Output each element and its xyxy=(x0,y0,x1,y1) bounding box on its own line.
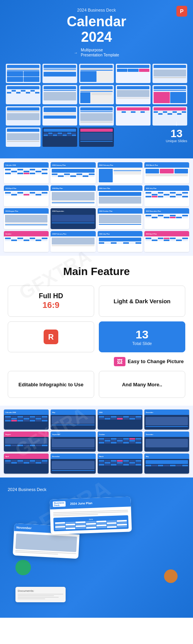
slide-thumb xyxy=(6,106,41,126)
dark-card: 2024 xyxy=(98,410,142,430)
preview-card: 2024 June Plan xyxy=(98,185,142,206)
preview-card: 2024 February Plan xyxy=(51,231,95,252)
easy-pic-label: Easy to Change Picture xyxy=(128,359,184,365)
preview-card: 2024 August Plan xyxy=(4,208,49,229)
preview-card: 2024 April Plan xyxy=(4,185,49,206)
dark-card: May xyxy=(144,454,189,474)
unique-label: Unique Slides xyxy=(166,139,187,143)
preview-card: October xyxy=(4,231,49,252)
feature-infographic: Editable Infographic to Use xyxy=(8,371,94,398)
features-grid: Full HD 16:9 Light & Dark Version R 13 T… xyxy=(8,285,185,352)
dark-card: September xyxy=(51,432,95,452)
slide-thumb xyxy=(42,85,77,104)
dark-card: December xyxy=(144,410,189,430)
preview-card: 2024 September xyxy=(51,208,95,229)
slide-thumb xyxy=(116,64,151,83)
slide-thumb xyxy=(79,127,114,147)
slide-thumb xyxy=(79,106,114,126)
total-slide-number: 13 xyxy=(135,328,148,341)
fullhd-ratio: 16:9 xyxy=(42,300,59,310)
preview-card: Calendar 2024 xyxy=(4,162,49,184)
features-bottom-row: Editable Infographic to Use And Many Mor… xyxy=(8,371,185,398)
docs-label: Documents: xyxy=(18,589,63,593)
hero-badge: 2024 Business Deck xyxy=(6,8,187,12)
feature-easy-pic: 🖼 Easy to Change Picture xyxy=(114,357,184,366)
footer-cards-container: BusinessDeck 2024 June Plan June xyxy=(8,494,185,606)
many-more-label: And Many More.. xyxy=(122,382,162,387)
preview-card: 2024 October Plan xyxy=(98,208,142,229)
infographic-label: Editable Infographic to Use xyxy=(19,382,83,387)
hero-section: P 2024 Business Deck Calendar2024 → Mult… xyxy=(0,0,193,158)
feature-total-slide: 13 Total Slide xyxy=(99,321,185,352)
preview-card: 2024 July Plan xyxy=(144,185,189,206)
footer-docs-card: Documents: xyxy=(15,587,66,602)
dark-card: October xyxy=(98,432,142,452)
light-dark-label: Light & Dark Version xyxy=(113,298,171,304)
green-circle-decoration xyxy=(15,560,31,575)
main-feature-section: GFXTRA Main Feature Full HD 16:9 Light &… xyxy=(0,256,193,406)
footer-badge: 2024 Business Deck xyxy=(8,487,185,492)
dark-card: March xyxy=(98,454,142,474)
preview-card: 2024 April Plan xyxy=(144,231,189,252)
dark-previews-grid: Calendar 2024 May 2024 December xyxy=(4,410,189,474)
image-icon: 🖼 xyxy=(114,357,125,366)
slide-thumb xyxy=(6,64,41,83)
feature-ppt: R xyxy=(8,321,94,352)
preview-card: 2024 February Plan xyxy=(98,162,142,184)
slide-thumb xyxy=(42,64,77,83)
dark-card: November xyxy=(51,454,95,474)
feature-fullhd: Full HD 16:9 xyxy=(8,285,94,317)
november-title: November xyxy=(17,526,32,530)
previews-section: Calendar 2024 2024 January Plan 2024 Feb… xyxy=(0,158,193,256)
slide-thumb xyxy=(152,64,187,83)
slide-thumb xyxy=(116,85,151,104)
preview-card: 2024 March Plan xyxy=(144,162,189,184)
orange-circle-decoration xyxy=(164,569,178,583)
footer-logo: BusinessDeck xyxy=(53,501,66,507)
hero-title: Calendar2024 xyxy=(6,14,187,44)
slide-thumb xyxy=(79,64,114,83)
preview-card: 2024 July Plan xyxy=(98,231,142,252)
slide-thumb xyxy=(79,85,114,104)
main-feature-title: Main Feature xyxy=(8,265,185,278)
footer-main-card: BusinessDeck 2024 June Plan June xyxy=(49,497,132,535)
slide-thumb xyxy=(6,85,41,104)
feature-light-dark: Light & Dark Version xyxy=(99,285,185,317)
arrow-right-icon: → xyxy=(74,51,78,55)
preview-card: 2024 May Plan xyxy=(51,185,95,206)
feature-many-more: And Many More.. xyxy=(99,371,185,398)
dark-card: December xyxy=(144,432,189,452)
hero-slides-grid xyxy=(6,64,187,147)
slide-thumb xyxy=(42,106,77,126)
preview-card: 2024 November Plan xyxy=(144,208,189,229)
slide-thumb xyxy=(152,85,187,104)
fullhd-label: Full HD xyxy=(39,292,63,300)
ppt-red-icon: R xyxy=(44,330,58,344)
hero-unique: ↓ 13 Unique Slides xyxy=(166,119,187,143)
hero-subtitle-text: MultipurposePresentation Template xyxy=(81,48,119,58)
previews-grid: Calendar 2024 2024 January Plan 2024 Feb… xyxy=(4,162,189,252)
dark-card: August xyxy=(4,432,49,452)
hero-subtitle: → MultipurposePresentation Template xyxy=(6,48,187,58)
dark-card: April xyxy=(4,454,49,474)
slide-thumb xyxy=(116,106,151,126)
dark-card: Calendar 2024 xyxy=(4,410,49,430)
slide-thumb xyxy=(6,127,41,147)
preview-card: 2024 January Plan xyxy=(51,162,95,184)
footer-card-title: 2024 June Plan xyxy=(70,501,92,506)
arrow-down-icon: ↓ xyxy=(166,119,187,127)
unique-number: 13 xyxy=(166,128,187,139)
footer-section: GFXTRA 2024 Business Deck BusinessDeck 2… xyxy=(0,477,193,618)
total-slide-label: Total Slide xyxy=(132,341,152,346)
slide-thumb xyxy=(42,127,77,147)
dark-section: GFXTRA Calendar 2024 May 2024 xyxy=(0,406,193,477)
dark-card: May xyxy=(51,410,95,430)
